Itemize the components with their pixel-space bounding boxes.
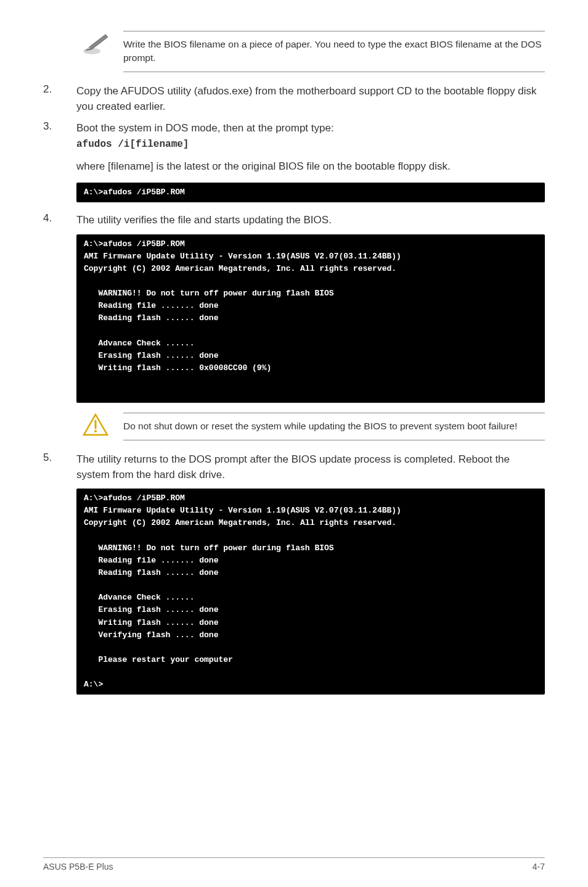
step-text: The utility returns to the DOS prompt af… [76, 452, 545, 482]
svg-point-5 [94, 430, 97, 432]
terminal-output-1: A:\>afudos /iP5BP.ROM [76, 183, 545, 202]
pencil-icon [80, 31, 111, 56]
step-3: 3. Boot the system in DOS mode, then at … [43, 120, 545, 152]
step-number: 2. [43, 83, 65, 96]
step-2: 2. Copy the AFUDOS utility (afudos.exe) … [43, 83, 545, 114]
step-3-text: Boot the system in DOS mode, then at the… [76, 122, 334, 134]
terminal-output-2: A:\>afudos /iP5BP.ROM AMI Firmware Updat… [76, 234, 545, 403]
step-text: Boot the system in DOS mode, then at the… [76, 120, 545, 152]
step-number: 4. [43, 212, 65, 225]
step-number: 5. [43, 452, 65, 464]
terminal-output-3: A:\>afudos /iP5BP.ROM AMI Firmware Updat… [76, 489, 545, 695]
note-text: Write the BIOS filename on a piece of pa… [123, 31, 545, 72]
step-4: 4. The utility verifies the file and sta… [43, 212, 545, 228]
footer-right: 4-7 [533, 862, 545, 872]
step-text: The utility verifies the file and starts… [76, 212, 545, 228]
step-3-sub: where [filename] is the latest or the or… [76, 159, 545, 174]
step-5: 5. The utility returns to the DOS prompt… [43, 452, 545, 482]
note-warning: Do not shut down or reset the system whi… [80, 413, 545, 440]
step-3-command: afudos /i[filename] [76, 139, 189, 150]
note-write-filename: Write the BIOS filename on a piece of pa… [80, 31, 545, 72]
step-text: Copy the AFUDOS utility (afudos.exe) fro… [76, 83, 545, 114]
page-footer: ASUS P5B-E Plus 4-7 [43, 857, 545, 872]
step-number: 3. [43, 120, 65, 133]
footer-left: ASUS P5B-E Plus [43, 862, 113, 872]
warning-icon [80, 413, 111, 437]
note-text: Do not shut down or reset the system whi… [123, 413, 545, 440]
